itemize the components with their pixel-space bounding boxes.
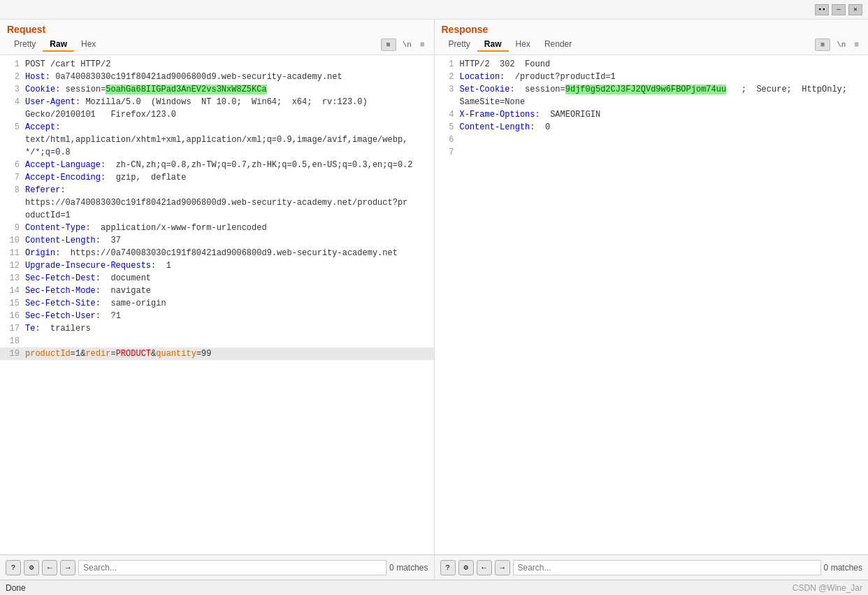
response-line-4: 4 X-Frame-Options: SAMEORIGIN xyxy=(435,108,869,121)
response-tab-render[interactable]: Render xyxy=(537,38,579,52)
request-line-14: 14 Sec-Fetch-Mode: navigate xyxy=(0,285,434,297)
tile-button[interactable]: ▪▪ xyxy=(815,4,829,15)
response-line-5: 5 Content-Length: 0 xyxy=(435,121,869,134)
response-line-3: 3 Set-Cookie: session=9djf0g5d2CJ3FJ2QVd… xyxy=(435,83,869,108)
request-icon-doc[interactable]: ≡ xyxy=(381,38,396,51)
request-line-16: 16 Sec-Fetch-User: ?1 xyxy=(0,310,434,322)
response-tab-raw[interactable]: Raw xyxy=(477,38,509,52)
response-content: 1 HTTP/2 302 Found 2 Location: /product?… xyxy=(435,55,869,554)
response-icon-doc[interactable]: ≡ xyxy=(815,38,830,51)
request-tab-icons: ≡ \n ≡ xyxy=(381,38,427,51)
request-settings-button[interactable]: ⚙ xyxy=(24,560,39,575)
response-forward-button[interactable]: → xyxy=(495,560,510,575)
response-back-button[interactable]: ← xyxy=(477,560,492,575)
request-tab-bar: Pretty Raw Hex ≡ \n ≡ xyxy=(7,38,427,52)
request-line-1: 1 POST /cart HTTP/2 xyxy=(0,58,434,71)
request-title: Request xyxy=(7,24,427,35)
request-line-4: 4 User-Agent: Mozilla/5.0 (Windows NT 10… xyxy=(0,96,434,121)
request-line-7: 7 Accept-Encoding: gzip, deflate xyxy=(0,171,434,184)
request-line-6: 6 Accept-Language: zh-CN,zh;q=0.8,zh-TW;… xyxy=(0,159,434,171)
top-bar: ▪▪ — ✕ xyxy=(0,0,868,20)
response-title: Response xyxy=(442,24,862,35)
close-button[interactable]: ✕ xyxy=(848,4,862,15)
request-icon-menu[interactable]: ≡ xyxy=(418,41,427,49)
response-panel: Response Pretty Raw Hex Render ≡ \n ≡ 1 … xyxy=(435,20,869,580)
request-line-12: 12 Upgrade-Insecure-Requests: 1 xyxy=(0,259,434,272)
request-help-button[interactable]: ? xyxy=(6,560,21,575)
response-settings-button[interactable]: ⚙ xyxy=(458,560,474,575)
request-forward-button[interactable]: → xyxy=(60,560,75,575)
request-line-18: 18 xyxy=(0,335,434,347)
response-tab-pretty[interactable]: Pretty xyxy=(442,38,477,52)
request-search-input[interactable] xyxy=(78,560,386,575)
request-line-10: 10 Content-Length: 37 xyxy=(0,234,434,247)
request-tab-raw[interactable]: Raw xyxy=(43,38,74,52)
response-tab-hex[interactable]: Hex xyxy=(509,38,537,52)
minimize-button[interactable]: — xyxy=(832,4,846,15)
response-search-input[interactable] xyxy=(513,560,821,575)
response-footer: ? ⚙ ← → 0 matches xyxy=(435,554,869,580)
request-footer: ? ⚙ ← → 0 matches xyxy=(0,554,434,580)
request-back-button[interactable]: ← xyxy=(42,560,57,575)
response-tab-bar: Pretty Raw Hex Render ≡ \n ≡ xyxy=(442,38,862,52)
request-panel: Request Pretty Raw Hex ≡ \n ≡ 1 POST /ca… xyxy=(0,20,435,580)
request-line-13: 13 Sec-Fetch-Dest: document xyxy=(0,272,434,285)
response-line-7: 7 xyxy=(435,146,869,159)
status-text: Done xyxy=(6,583,26,593)
request-line-5: 5 Accept: text/html,application/xhtml+xm… xyxy=(0,121,434,159)
request-line-3: 3 Cookie: session=5oahGa68IIGPad3AnEV2vs… xyxy=(0,83,434,96)
main-panels: Request Pretty Raw Hex ≡ \n ≡ 1 POST /ca… xyxy=(0,20,868,580)
request-matches-count: 0 matches xyxy=(389,563,428,573)
response-header: Response Pretty Raw Hex Render ≡ \n ≡ xyxy=(435,20,869,55)
response-icon-newline[interactable]: \n xyxy=(834,41,848,49)
bottom-bar: Done CSDN @Wine_Jar xyxy=(0,580,868,595)
request-line-9: 9 Content-Type: application/x-www-form-u… xyxy=(0,222,434,234)
request-tab-pretty[interactable]: Pretty xyxy=(7,38,43,52)
request-line-19: 19 productId=1&redir=PRODUCT&quantity=99 xyxy=(0,347,434,360)
response-matches-count: 0 matches xyxy=(824,563,862,573)
response-tab-icons: ≡ \n ≡ xyxy=(815,38,861,51)
request-line-15: 15 Sec-Fetch-Site: same-origin xyxy=(0,297,434,310)
window-controls: ▪▪ — ✕ xyxy=(815,4,862,15)
response-icon-menu[interactable]: ≡ xyxy=(852,41,861,49)
response-line-6: 6 xyxy=(435,134,869,146)
response-help-button[interactable]: ? xyxy=(440,560,456,575)
request-line-17: 17 Te: trailers xyxy=(0,322,434,335)
request-icon-newline[interactable]: \n xyxy=(400,41,414,49)
response-line-1: 1 HTTP/2 302 Found xyxy=(435,58,869,71)
response-line-2: 2 Location: /product?productId=1 xyxy=(435,71,869,83)
request-tab-hex[interactable]: Hex xyxy=(74,38,103,52)
request-line-8: 8 Referer: https://0a740083030c191f80421… xyxy=(0,184,434,222)
request-content: 1 POST /cart HTTP/2 2 Host: 0a740083030c… xyxy=(0,55,434,554)
request-line-11: 11 Origin: https://0a740083030c191f80421… xyxy=(0,247,434,259)
request-header: Request Pretty Raw Hex ≡ \n ≡ xyxy=(0,20,434,55)
credit-text: CSDN @Wine_Jar xyxy=(793,583,862,593)
request-line-2: 2 Host: 0a740083030c191f80421ad9006800d9… xyxy=(0,71,434,83)
